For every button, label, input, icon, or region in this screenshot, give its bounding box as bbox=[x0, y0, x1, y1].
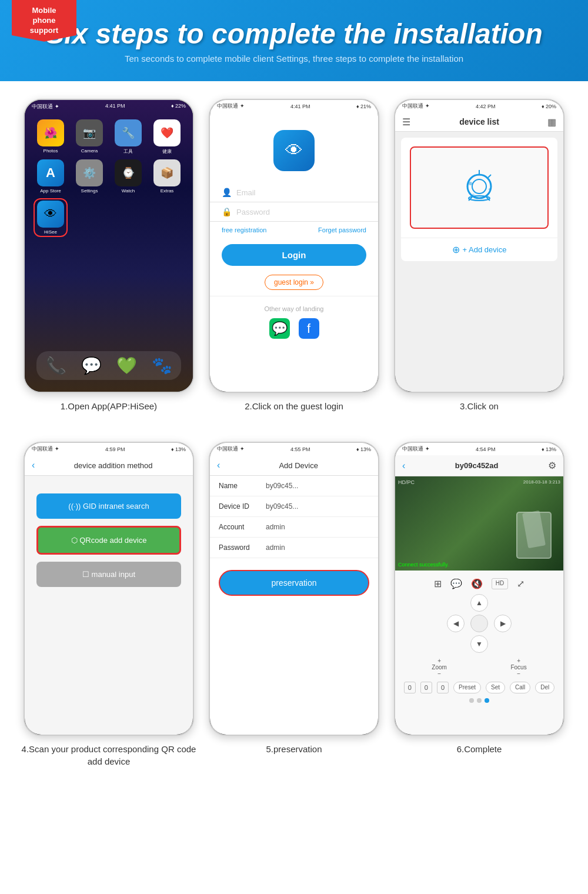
email-input-row[interactable]: 👤 Email bbox=[210, 183, 378, 202]
phone-5-header: ‹ Add Device bbox=[210, 455, 378, 476]
phone-5-screen: 中国联通 ✦ 4:55 PM ♦ 13% ‹ Add Device Name b… bbox=[210, 443, 378, 735]
qrcode-add-button[interactable]: ⬡ QRcode add device bbox=[36, 526, 181, 555]
app-tools: 🔧 工具 bbox=[111, 119, 145, 155]
app-photos: 🌺 Photos bbox=[34, 119, 68, 155]
zoom-out-icon[interactable]: − bbox=[437, 670, 441, 677]
login-logo-area: 👁 bbox=[210, 112, 378, 183]
device-id-value: by09c45... bbox=[266, 502, 298, 511]
device-id-row: Device ID by09c45... bbox=[210, 496, 378, 517]
device-name-title: by09c452ad bbox=[455, 461, 499, 470]
right-button[interactable]: ▶ bbox=[494, 615, 512, 632]
gid-intranet-button[interactable]: ((·)) GID intranet search bbox=[36, 493, 181, 519]
app-camera: 📷 Camera bbox=[72, 119, 106, 155]
camera-feed-content: HD/PC 2018-03-18 3:213 Connect successfu… bbox=[395, 476, 563, 571]
main-content: 中国联通 ✦ 4:41 PM ♦ 22% 🌺 Photos 📷 Camera bbox=[0, 81, 588, 797]
dot-2 bbox=[477, 698, 482, 703]
focus-in-icon[interactable]: + bbox=[517, 658, 520, 664]
camera-feed: HD/PC 2018-03-18 3:213 Connect successfu… bbox=[395, 476, 563, 571]
phone-3-status: 中国联通 ✦ 4:42 PM ♦ 20% bbox=[395, 100, 563, 112]
step-4-container: 中国联通 ✦ 4:59 PM ♦ 13% ‹ device addition m… bbox=[21, 442, 197, 768]
social-icons: 💬 f bbox=[219, 318, 369, 339]
facebook-icon[interactable]: f bbox=[299, 318, 319, 339]
zoom-label: Zoom bbox=[432, 664, 447, 670]
password-value: admin bbox=[266, 543, 285, 552]
password-label: Password bbox=[219, 543, 266, 552]
back-arrow-3-icon[interactable]: ‹ bbox=[402, 461, 405, 471]
call-button[interactable]: Call bbox=[510, 682, 530, 693]
left-button[interactable]: ◀ bbox=[447, 615, 465, 632]
step-6-label: 6.Complete bbox=[457, 743, 502, 755]
preset-2-input[interactable]: 0 bbox=[437, 682, 449, 693]
password-row: Password admin bbox=[210, 538, 378, 558]
add-device-link[interactable]: ⊕ + Add device bbox=[401, 238, 557, 261]
preset-1-input[interactable]: 0 bbox=[420, 682, 432, 693]
del-button[interactable]: Del bbox=[535, 682, 554, 693]
preservation-button[interactable]: preservation bbox=[219, 570, 369, 596]
lock-icon: 🔒 bbox=[222, 207, 232, 216]
step-5-container: 中国联通 ✦ 4:55 PM ♦ 13% ‹ Add Device Name b… bbox=[206, 442, 382, 768]
phone-2-mockup: 中国联通 ✦ 4:41 PM ♦ 21% 👁 👤 Email 🔒 Passwor… bbox=[209, 99, 379, 393]
phone-6-mockup: 中国联通 ✦ 4:54 PM ♦ 13% ‹ by09c452ad ⚙ H bbox=[394, 442, 564, 736]
svg-point-7 bbox=[469, 182, 472, 185]
settings-icon[interactable]: ⚙ bbox=[548, 460, 556, 471]
step-6-container: 中国联通 ✦ 4:54 PM ♦ 13% ‹ by09c452ad ⚙ H bbox=[391, 442, 567, 768]
chat-icon[interactable]: 💬 bbox=[450, 578, 462, 589]
back-arrow-2-icon[interactable]: ‹ bbox=[217, 460, 220, 471]
grid-icon[interactable]: ⊞ bbox=[434, 578, 442, 589]
step-1-container: 中国联通 ✦ 4:41 PM ♦ 22% 🌺 Photos 📷 Camera bbox=[21, 99, 197, 412]
email-icon: 👤 bbox=[222, 188, 232, 197]
step-1-label: 1.Open App(APP:HiSee) bbox=[61, 400, 157, 412]
set-button[interactable]: Set bbox=[486, 682, 505, 693]
phone-1-status: 中国联通 ✦ 4:41 PM ♦ 22% bbox=[25, 100, 193, 114]
preset-button[interactable]: Preset bbox=[453, 682, 481, 693]
account-label: Account bbox=[219, 523, 266, 531]
up-button[interactable]: ▲ bbox=[470, 594, 488, 612]
steps-row-2: 中国联通 ✦ 4:59 PM ♦ 13% ‹ device addition m… bbox=[12, 442, 576, 768]
password-input-row[interactable]: 🔒 Password bbox=[210, 202, 378, 222]
other-ways-title: Other way of landing bbox=[219, 305, 369, 312]
back-arrow-icon[interactable]: ‹ bbox=[32, 460, 35, 471]
camera-view-header: ‹ by09c452ad ⚙ bbox=[395, 455, 563, 476]
other-ways-section: Other way of landing 💬 f bbox=[210, 296, 378, 348]
app-settings: ⚙️ Settings bbox=[72, 159, 106, 194]
forget-password-link[interactable]: Forget password bbox=[318, 226, 366, 233]
down-button[interactable]: ▼ bbox=[470, 635, 488, 653]
manual-input-button[interactable]: ☐ manual input bbox=[36, 562, 181, 587]
mute-icon[interactable]: 🔇 bbox=[471, 578, 483, 589]
preset-0-input[interactable]: 0 bbox=[404, 682, 416, 693]
phone-6-status: 中国联通 ✦ 4:54 PM ♦ 13% bbox=[395, 443, 563, 455]
phone-5-mockup: 中国联通 ✦ 4:55 PM ♦ 13% ‹ Add Device Name b… bbox=[209, 442, 379, 736]
step-4-label: 4.Scan your product corresponding QR cod… bbox=[21, 743, 197, 768]
zoom-in-icon[interactable]: + bbox=[437, 658, 441, 664]
free-registration-link[interactable]: free registration bbox=[222, 226, 266, 233]
step-5-label: 5.preservation bbox=[266, 743, 322, 755]
wechat-icon[interactable]: 💬 bbox=[269, 318, 290, 339]
zoom-focus-area: + Zoom − + Focus − bbox=[400, 658, 559, 677]
steps-row-1: 中国联通 ✦ 4:41 PM ♦ 22% 🌺 Photos 📷 Camera bbox=[12, 99, 576, 412]
center-button[interactable] bbox=[470, 615, 488, 632]
phone-4-status: 中国联通 ✦ 4:59 PM ♦ 13% bbox=[25, 443, 193, 455]
app-watch: ⌚ Watch bbox=[111, 159, 145, 194]
camera-placeholder bbox=[410, 146, 549, 229]
device-id-label: Device ID bbox=[219, 502, 266, 511]
step-2-container: 中国联通 ✦ 4:41 PM ♦ 21% 👁 👤 Email 🔒 Passwor… bbox=[206, 99, 382, 412]
guest-login-button[interactable]: guest login » bbox=[265, 275, 323, 290]
addition-method-title: device addition method bbox=[41, 461, 186, 470]
app-appstore: A App Store bbox=[34, 159, 68, 194]
app-hisee: 👁 HiSee bbox=[34, 198, 68, 237]
focus-out-icon[interactable]: − bbox=[517, 670, 520, 677]
hd-button[interactable]: HD bbox=[492, 578, 508, 589]
camera-controls: ⊞ 💬 🔇 HD ⤢ ▲ bbox=[395, 571, 563, 708]
svg-point-1 bbox=[472, 179, 486, 194]
phone-5-status: 中国联通 ✦ 4:55 PM ♦ 13% bbox=[210, 443, 378, 455]
step-3-container: 中国联通 ✦ 4:42 PM ♦ 20% ☰ device list ▦ bbox=[391, 99, 567, 412]
hisee-logo: 👁 bbox=[273, 130, 315, 171]
login-button[interactable]: Login bbox=[222, 244, 366, 266]
device-list-header: ☰ device list ▦ bbox=[395, 112, 563, 132]
password-placeholder: Password bbox=[236, 208, 270, 216]
account-value: admin bbox=[266, 523, 285, 531]
phone-3-mockup: 中国联通 ✦ 4:42 PM ♦ 20% ☰ device list ▦ bbox=[394, 99, 564, 393]
account-row: Account admin bbox=[210, 517, 378, 538]
svg-line-3 bbox=[488, 175, 491, 178]
expand-icon[interactable]: ⤢ bbox=[517, 578, 524, 589]
